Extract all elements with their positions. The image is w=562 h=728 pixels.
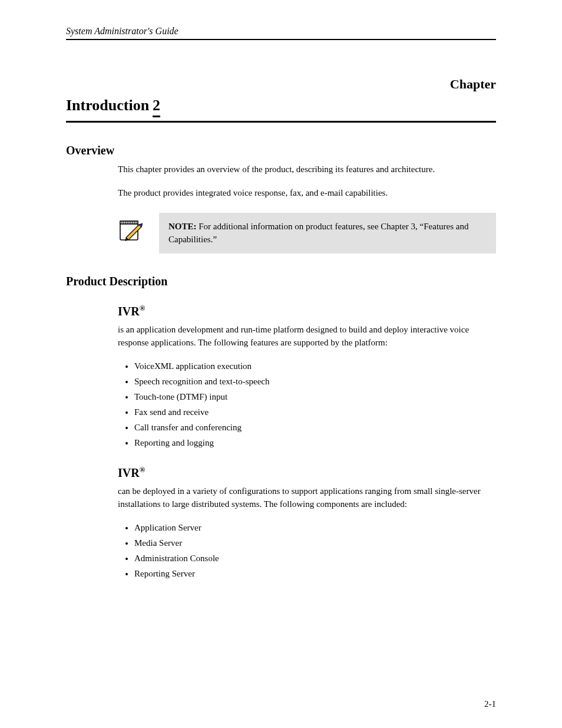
chapter-divider	[66, 121, 496, 123]
desc-body-2: can be deployed in a variety of configur…	[118, 485, 496, 511]
overview-body: This chapter provides an overview of the…	[118, 163, 496, 200]
desc-p1: is an application development and run-ti…	[118, 324, 496, 350]
list-item: Administration Console	[134, 552, 496, 565]
running-header: System Administrator's Guide	[66, 26, 496, 37]
list-item: Reporting and logging	[134, 437, 496, 450]
section-heading-overview: Overview	[66, 144, 496, 157]
desc-sub1: IVR®	[118, 304, 496, 318]
list-item: Application Server	[134, 522, 496, 535]
brand-2: IVR	[118, 466, 140, 479]
desc-list-2: Application Server Media Server Administ…	[118, 522, 496, 581]
desc-p2: can be deployed in a variety of configur…	[118, 485, 496, 511]
registered-mark-icon: ®	[140, 304, 146, 312]
header-divider	[66, 39, 496, 40]
desc-sub2: IVR®	[118, 465, 496, 480]
page-number: 2-1	[484, 699, 496, 709]
desc-list-1: VoiceXML application execution Speech re…	[118, 360, 496, 449]
desc-body-1: is an application development and run-ti…	[118, 324, 496, 350]
overview-p1: This chapter provides an overview of the…	[118, 163, 496, 176]
chapter-title: Introduction	[66, 97, 149, 114]
list-item: Fax send and receive	[134, 406, 496, 419]
overview-p2: The product provides integrated voice re…	[118, 187, 496, 200]
brand-1: IVR	[118, 304, 140, 317]
list-item: Media Server	[134, 537, 496, 550]
note-box: NOTE: For additional information on prod…	[159, 213, 496, 253]
section-heading-desc: Product Description	[66, 275, 496, 288]
chapter-label: Chapter	[66, 77, 496, 92]
chapter-number: 2	[153, 97, 160, 117]
chapter-title-row: Introduction 2	[66, 97, 496, 117]
list-item: Speech recognition and text-to-speech	[134, 375, 496, 388]
list-item: VoiceXML application execution	[134, 360, 496, 373]
note-text: For additional information on product fe…	[197, 222, 420, 231]
list-item: Touch-tone (DTMF) input	[134, 391, 496, 404]
note-label: NOTE:	[168, 222, 197, 231]
notepad-icon	[118, 218, 143, 242]
list-item: Reporting Server	[134, 568, 496, 581]
registered-mark-icon: ®	[140, 465, 146, 474]
note-block: NOTE: For additional information on prod…	[118, 213, 496, 253]
page: System Administrator's Guide Chapter Int…	[0, 0, 562, 728]
note-icon-cell	[118, 213, 159, 242]
list-item: Call transfer and conferencing	[134, 421, 496, 434]
